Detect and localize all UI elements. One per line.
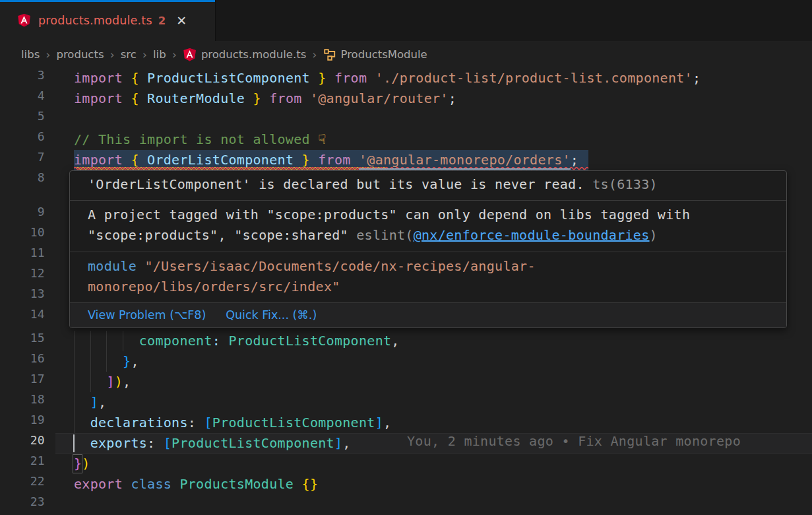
breadcrumb-separator: › (312, 48, 317, 61)
code-line-20[interactable]: 20 exports: [ProductListComponent],You, … (0, 433, 812, 454)
code-line-5[interactable]: 5 (0, 109, 812, 129)
line-number-15[interactable]: 15 (0, 331, 45, 351)
hover-action-bar: View Problem (⌥F8) Quick Fix... (⌘.) (70, 302, 786, 327)
diagnostic-hover-popup: 'OrderListComponent' is declared but its… (69, 170, 787, 328)
breadcrumb-label: libs (21, 48, 40, 61)
breadcrumb-label: products.module.ts (201, 48, 306, 61)
code-line-22[interactable]: 22export class ProductsModule {} (0, 474, 812, 495)
breadcrumb: libs›products›src›lib› products.module.t… (0, 41, 812, 68)
angular-icon (17, 13, 31, 27)
breadcrumb-separator: › (110, 48, 115, 61)
angular-file-icon (17, 13, 32, 28)
line-number-18[interactable]: 18 (0, 392, 45, 413)
code-line-17[interactable]: 17 ]), (0, 372, 812, 392)
line-number-7[interactable]: 7 (0, 150, 45, 170)
breadcrumb-label: products (56, 48, 104, 61)
ts-error-message: 'OrderListComponent' is declared but its… (70, 171, 786, 200)
breadcrumb-separator: › (142, 48, 147, 61)
code-text: ]), (74, 372, 131, 392)
bracket-match-box (73, 454, 82, 473)
breadcrumb-separator: › (172, 48, 177, 61)
git-blame-annotation: You, 2 minutes ago • Fix Angular monorep… (407, 433, 741, 454)
ts-error-source: ts(6133) (592, 176, 658, 192)
code-text: component: ProductListComponent, (74, 331, 400, 351)
code-text: import { RouterModule } from '@angular/r… (74, 88, 456, 109)
line-number-11[interactable]: 11 (0, 246, 45, 266)
breadcrumb-item-products.module.ts[interactable]: products.module.ts (183, 48, 306, 61)
module-path-line1: module "/Users/isaac/Documents/code/nx-r… (88, 256, 786, 277)
code-line-15[interactable]: 15 component: ProductListComponent, (0, 331, 812, 351)
line-number-10[interactable]: 10 (0, 225, 45, 246)
breadcrumb-label: lib (153, 48, 166, 61)
angular-icon (183, 48, 197, 61)
line-number-13[interactable]: 13 (0, 287, 45, 307)
line-number-19[interactable]: 19 (0, 413, 45, 433)
code-text: import { ProductListComponent } from './… (74, 68, 701, 88)
code-text: ], (74, 392, 106, 413)
eslint-error-message: A project tagged with "scope:products" c… (70, 200, 786, 252)
code-text: // This import is not allowed ☟ (74, 129, 327, 150)
code-text: export class ProductsModule {} (74, 474, 318, 495)
code-line-6[interactable]: 6// This import is not allowed ☟ (0, 129, 812, 150)
class-symbol-icon (323, 48, 336, 61)
line-number-22[interactable]: 22 (0, 474, 45, 495)
quick-fix-link[interactable]: Quick Fix... (⌘.) (226, 303, 317, 327)
module-path-line2: monorepo/libs/orders/src/index" (88, 277, 786, 297)
line-number-9[interactable]: 9 (0, 205, 45, 225)
view-problem-link[interactable]: View Problem (⌥F8) (88, 303, 206, 327)
breadcrumb-separator: › (46, 48, 50, 61)
tab-title: products.module.ts (38, 14, 152, 27)
breadcrumb-item-productsmodule[interactable]: ProductsModule (323, 48, 427, 61)
active-tab-indicator (0, 0, 215, 2)
breadcrumb-item-src[interactable]: src (121, 48, 137, 61)
code-line-7[interactable]: 7import { OrderListComponent } from '@an… (0, 150, 812, 170)
code-text: exports: [ProductListComponent], (74, 433, 351, 454)
code-line-4[interactable]: 4import { RouterModule } from '@angular/… (0, 88, 812, 109)
breadcrumb-item-libs[interactable]: libs (21, 48, 40, 61)
code-line-18[interactable]: 18 ], (0, 392, 812, 413)
line-number-5[interactable]: 5 (0, 109, 45, 129)
code-text: declarations: [ProductListComponent], (74, 413, 391, 433)
eslint-error-line2: "scope:products", "scope:shared" eslint(… (88, 225, 786, 246)
ts-error-text: 'OrderListComponent' is declared but its… (88, 176, 584, 192)
module-path-message: module "/Users/isaac/Documents/code/nx-r… (70, 252, 786, 302)
line-number-23[interactable]: 23 (0, 495, 45, 515)
tab-bar: products.module.ts 2 ✕ (0, 0, 812, 41)
eslint-error-line1: A project tagged with "scope:products" c… (88, 205, 786, 225)
line-number-12[interactable]: 12 (0, 266, 45, 287)
line-number-21[interactable]: 21 (0, 454, 45, 474)
line-number-17[interactable]: 17 (0, 372, 45, 392)
line-number-6[interactable]: 6 (0, 129, 45, 150)
code-line-21[interactable]: 21}) (0, 454, 812, 474)
text-cursor (73, 434, 75, 452)
line-number-14[interactable]: 14 (0, 307, 45, 327)
code-text: import { OrderListComponent } from '@ang… (74, 150, 578, 170)
breadcrumb-label: src (121, 48, 137, 61)
tab-problem-count: 2 (158, 15, 166, 27)
breadcrumb-label: ProductsModule (341, 48, 427, 61)
code-line-23[interactable]: 23 (0, 495, 812, 515)
line-number-4[interactable]: 4 (0, 88, 45, 109)
vscode-window: 3import { ProductListComponent } from '.… (0, 0, 812, 515)
eslint-rule-link[interactable]: @nx/enforce-module-boundaries (414, 227, 650, 243)
tab-products-module[interactable]: products.module.ts 2 ✕ (0, 0, 216, 41)
code-line-19[interactable]: 19 declarations: [ProductListComponent], (0, 413, 812, 433)
breadcrumb-item-products[interactable]: products (56, 48, 104, 61)
line-number-20[interactable]: 20 (0, 433, 45, 454)
close-tab-icon[interactable]: ✕ (176, 15, 187, 27)
code-line-3[interactable]: 3import { ProductListComponent } from '.… (0, 68, 812, 88)
code-text: }, (74, 351, 139, 372)
line-number-16[interactable]: 16 (0, 351, 45, 372)
line-number-3[interactable]: 3 (0, 68, 45, 88)
code-line-16[interactable]: 16 }, (0, 351, 812, 372)
breadcrumb-item-lib[interactable]: lib (153, 48, 166, 61)
line-number-8[interactable]: 8 (0, 170, 45, 191)
